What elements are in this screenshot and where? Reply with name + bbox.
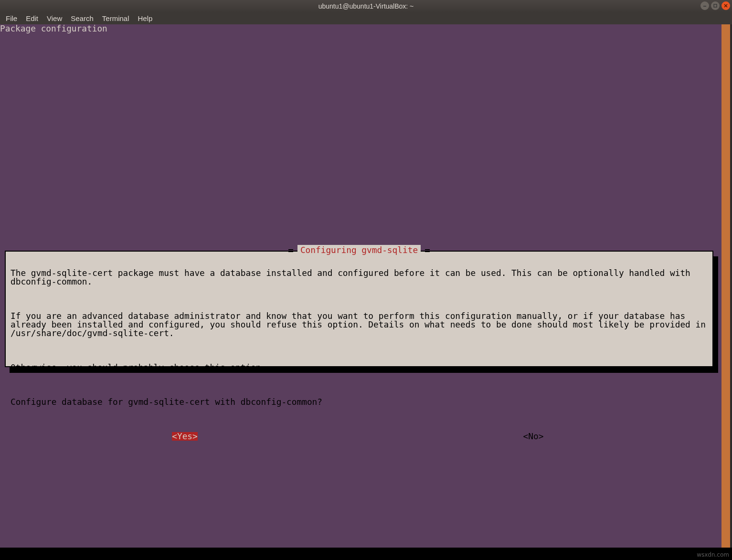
minimize-button[interactable] xyxy=(700,1,709,10)
terminal-header-line: Package configuration xyxy=(0,24,107,33)
menu-edit[interactable]: Edit xyxy=(22,13,42,23)
menu-file[interactable]: File xyxy=(2,13,21,23)
window-titlebar: ubuntu1@ubuntu1-VirtualBox: ~ xyxy=(0,0,732,12)
dialog-title-rule-right xyxy=(425,249,430,252)
dialog-title-rule-left xyxy=(288,249,293,252)
close-button[interactable] xyxy=(721,1,730,10)
menubar: File Edit View Search Terminal Help xyxy=(0,12,732,24)
dialog-title-wrap: Configuring gvmd-sqlite xyxy=(6,246,712,254)
terminal[interactable]: Package configuration Configuring gvmd-s… xyxy=(0,24,721,548)
window-controls xyxy=(700,1,730,10)
menu-search[interactable]: Search xyxy=(67,13,97,23)
menu-view[interactable]: View xyxy=(43,13,66,23)
window-title: ubuntu1@ubuntu1-VirtualBox: ~ xyxy=(318,2,414,10)
menu-terminal[interactable]: Terminal xyxy=(98,13,133,23)
dialog-title: Configuring gvmd-sqlite xyxy=(297,245,421,255)
maximize-button[interactable] xyxy=(711,1,720,10)
svg-rect-1 xyxy=(714,4,717,7)
debconf-dialog: Configuring gvmd-sqlite The gvmd-sqlite-… xyxy=(5,251,713,367)
dialog-text-p1: The gvmd-sqlite-cert package must have a… xyxy=(11,269,708,286)
dialog-text-p2: If you are an advanced database administ… xyxy=(11,312,708,338)
close-icon xyxy=(723,3,728,8)
watermark: wsxdn.com xyxy=(697,551,729,558)
terminal-scrollbar[interactable] xyxy=(721,24,730,548)
menu-help[interactable]: Help xyxy=(134,13,157,23)
bottom-area: wsxdn.com xyxy=(0,548,732,560)
dialog-body: The gvmd-sqlite-cert package must have a… xyxy=(11,260,708,423)
dialog-buttons: <Yes> <No> xyxy=(11,432,708,441)
terminal-container: Package configuration Configuring gvmd-s… xyxy=(0,24,732,560)
yes-button[interactable]: <Yes> xyxy=(172,432,198,441)
dialog-text-p3: Otherwise, you should probably choose th… xyxy=(11,363,708,372)
no-button[interactable]: <No> xyxy=(523,432,544,441)
maximize-icon xyxy=(713,3,718,8)
minimize-icon xyxy=(702,3,707,8)
dialog-text-p4: Configure database for gvmd-sqlite-cert … xyxy=(11,398,708,406)
